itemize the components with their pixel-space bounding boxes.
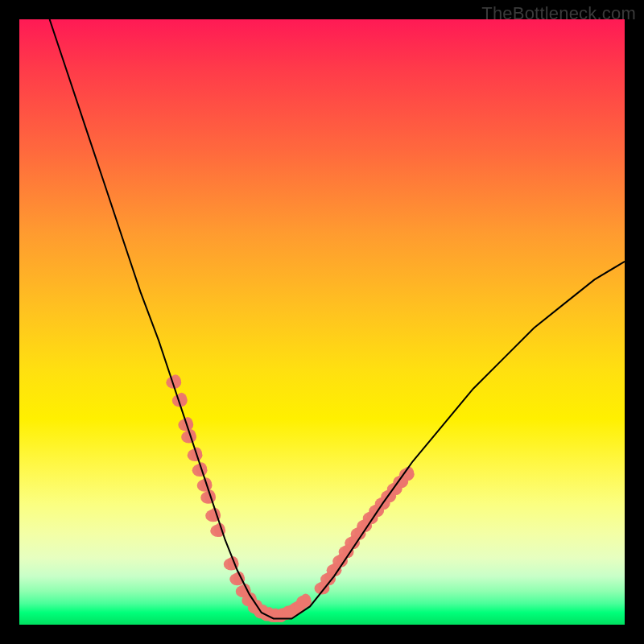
- bottleneck-curve: [50, 19, 625, 619]
- watermark-text: TheBottleneck.com: [481, 3, 636, 24]
- chart-svg: [19, 19, 625, 625]
- chart-container: TheBottleneck.com: [0, 0, 644, 644]
- svg-point-45: [300, 594, 312, 608]
- marker-layer: [166, 374, 414, 622]
- plot-area: [19, 19, 625, 625]
